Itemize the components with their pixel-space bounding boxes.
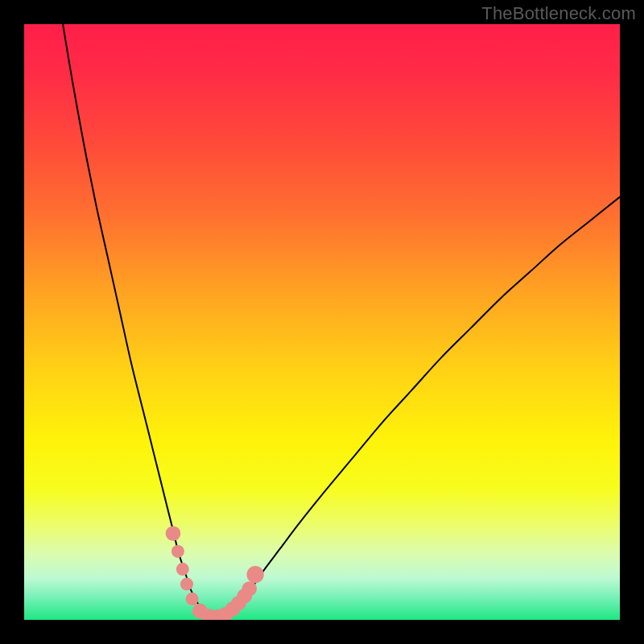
marker-dot xyxy=(246,566,263,583)
chart-svg xyxy=(24,24,620,620)
marker-dot xyxy=(171,545,184,558)
marker-dot xyxy=(166,526,181,541)
marker-dot xyxy=(242,581,257,597)
watermark-text: TheBottleneck.com xyxy=(481,3,636,24)
chart-frame: TheBottleneck.com xyxy=(0,0,644,644)
marker-dot xyxy=(176,563,189,576)
plot-area xyxy=(24,24,620,620)
marker-dot xyxy=(180,578,193,591)
gradient-background xyxy=(24,24,620,620)
marker-dot xyxy=(186,592,199,605)
